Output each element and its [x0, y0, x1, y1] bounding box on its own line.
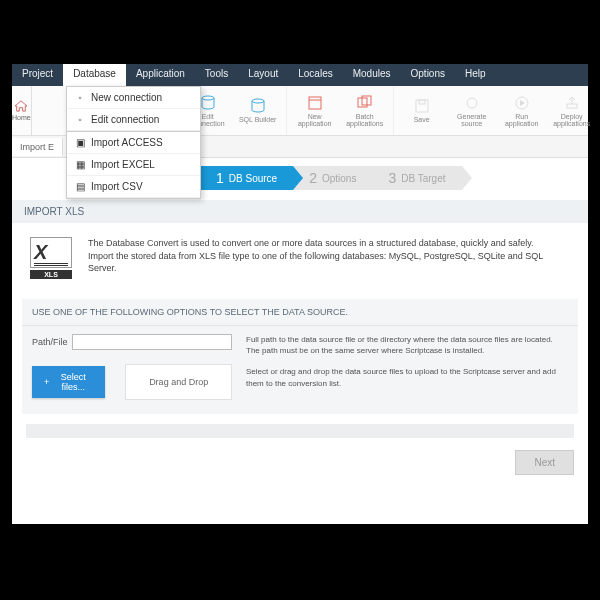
help-text: Full path to the data source file or the… [246, 334, 568, 400]
step-db-target[interactable]: 3DB Target [372, 166, 461, 190]
next-button[interactable]: Next [515, 450, 574, 475]
tool-generate-source[interactable]: Generate source [450, 90, 494, 131]
home-button[interactable]: Home [12, 86, 32, 135]
path-file-label: Path/File [32, 337, 68, 347]
dropdown-new-connection[interactable]: ◦New connection [67, 87, 200, 109]
menu-database[interactable]: Database [63, 64, 126, 86]
menu-help[interactable]: Help [455, 64, 496, 86]
menu-application[interactable]: Application [126, 64, 195, 86]
wizard-steps: 1DB Source 2Options 3DB Target [200, 166, 588, 190]
plug-edit-icon: ◦ [75, 115, 85, 125]
csv-icon: ▤ [75, 182, 85, 192]
plug-icon: ◦ [75, 93, 85, 103]
dropdown-import-csv[interactable]: ▤Import CSV [67, 176, 200, 198]
menu-tools[interactable]: Tools [195, 64, 238, 86]
window-icon [307, 95, 323, 111]
tool-sql-builder[interactable]: SQL Builder [236, 90, 280, 131]
play-icon [514, 95, 530, 111]
tool-batch-applications[interactable]: Batch applications [343, 90, 387, 131]
svg-rect-6 [416, 100, 428, 112]
excel-icon: ▦ [75, 160, 85, 170]
step-db-source[interactable]: 1DB Source [200, 166, 293, 190]
gear-icon [464, 95, 480, 111]
menu-modules[interactable]: Modules [343, 64, 401, 86]
menu-project[interactable]: Project [12, 64, 63, 86]
select-files-button[interactable]: + Select files... [32, 366, 105, 398]
dropdown-edit-connection[interactable]: ◦Edit connection [67, 109, 200, 131]
tool-group-app: New application Batch applications [287, 86, 394, 135]
plus-icon: + [44, 377, 49, 387]
database-icon [200, 95, 216, 111]
database-dropdown: ◦New connection ◦Edit connection ▣Import… [66, 86, 201, 199]
deploy-icon [564, 95, 580, 111]
svg-rect-2 [309, 97, 321, 109]
svg-point-0 [202, 96, 214, 100]
svg-point-1 [252, 99, 264, 103]
svg-rect-7 [419, 100, 425, 104]
menu-options[interactable]: Options [401, 64, 455, 86]
svg-point-8 [467, 98, 477, 108]
svg-rect-10 [567, 104, 577, 108]
access-icon: ▣ [75, 138, 85, 148]
home-label: Home [12, 114, 31, 121]
data-source-title: USE ONE OF THE FOLLOWING OPTIONS TO SELE… [22, 299, 578, 326]
menu-locales[interactable]: Locales [288, 64, 342, 86]
app-window: Project Database Application Tools Layou… [12, 64, 588, 524]
path-file-input[interactable] [72, 334, 232, 350]
home-icon [14, 100, 28, 112]
xls-file-icon: X XLS [30, 237, 72, 279]
tool-save[interactable]: Save [400, 90, 444, 131]
progress-bar [26, 424, 574, 438]
tool-group-run: Save Generate source Run application Dep… [394, 86, 600, 135]
import-description: X XLS The Database Convert is used to co… [12, 223, 588, 293]
path-file-row: Path/File [32, 334, 232, 350]
database-icon [250, 98, 266, 114]
tool-run-application[interactable]: Run application [500, 90, 544, 131]
data-source-section: USE ONE OF THE FOLLOWING OPTIONS TO SELE… [22, 299, 578, 414]
description-text: The Database Convert is used to convert … [88, 237, 570, 275]
menubar: Project Database Application Tools Layou… [12, 64, 588, 86]
save-icon [414, 98, 430, 114]
dropdown-import-access[interactable]: ▣Import ACCESS [67, 131, 200, 154]
windows-icon [357, 95, 373, 111]
tab-import[interactable]: Import E [12, 138, 63, 156]
tool-deploy[interactable]: Deploy applications [550, 90, 594, 131]
menu-layout[interactable]: Layout [238, 64, 288, 86]
drag-drop-area[interactable]: Drag and Drop [125, 364, 232, 400]
dropdown-import-excel[interactable]: ▦Import EXCEL [67, 154, 200, 176]
tool-new-application[interactable]: New application [293, 90, 337, 131]
import-xls-title: IMPORT XLS [12, 200, 588, 223]
main-content: 1DB Source 2Options 3DB Target IMPORT XL… [12, 166, 588, 438]
step-options[interactable]: 2Options [293, 166, 372, 190]
